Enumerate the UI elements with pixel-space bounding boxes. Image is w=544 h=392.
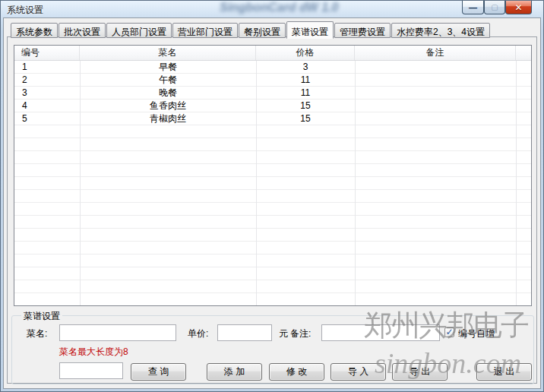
cell-id: 5 [14,112,80,125]
query-button[interactable]: 查 询 [131,363,186,381]
yuan-unit-label: 元 [279,327,288,340]
window-title: 系统设置 [7,4,43,17]
menu-table[interactable]: 编号菜名价格备注 1早餐32午餐113晚餐114鱼香肉丝155青椒肉丝15 [14,45,532,306]
column-header-0[interactable]: 编号 [14,46,80,60]
maximize-icon[interactable]: ▢ [484,1,505,14]
cell-note [355,100,516,112]
cell-name: 鱼香肉丝 [80,100,256,112]
cell-name: 午餐 [80,74,256,87]
table-body[interactable]: 1早餐32午餐113晚餐114鱼香肉丝155青椒肉丝15 [14,61,531,305]
dish-name-input[interactable] [59,324,176,341]
unit-price-input[interactable] [217,324,272,341]
cell-price: 15 [256,112,355,125]
window-controls: — ▢ ✕ [462,1,532,14]
max-length-hint: 菜名最大长度为8 [59,346,128,359]
cell-id: 3 [14,87,80,100]
export-button[interactable]: 导 出 [392,363,448,381]
cell-price: 3 [256,61,355,74]
cell-price: 11 [256,87,355,100]
cell-id: 2 [14,74,80,87]
dialog-client-area: 系统参数批次设置人员部门设置营业部门设置餐别设置菜谱设置管理费设置水控费率2、3… [3,17,541,389]
dish-name-label: 菜名: [27,327,47,340]
tab-item-6[interactable]: 管理费设置 [334,23,391,38]
table-row[interactable]: 4鱼香肉丝15 [14,100,531,112]
menu-settings-groupbox: 菜谱设置 菜名: 单价: 元 备注: ✓ 编号自增 菜名最大长度为8 查 询添 … [11,315,534,384]
cell-name: 晚餐 [80,87,256,100]
table-row[interactable]: 2午餐11 [14,74,531,87]
add-button[interactable]: 添 加 [207,363,262,381]
tab-item-4[interactable]: 餐别设置 [239,23,286,38]
system-settings-window: SingbonCard dW 1.0 系统设置 — ▢ ✕ 系统参数批次设置人员… [0,0,544,392]
cell-price: 15 [256,100,355,112]
auto-number-checkbox-label: 编号自增 [458,327,495,340]
tab-item-2[interactable]: 人员部门设置 [106,23,172,38]
column-header-3[interactable]: 备注 [355,46,516,60]
auto-number-checkbox[interactable]: ✓ [444,327,454,337]
tab-page-menu-settings: 编号菜名价格备注 1早餐32午餐113晚餐114鱼香肉丝155青椒肉丝15 菜谱… [7,36,537,384]
groupbox-title: 菜谱设置 [21,310,62,323]
table-row[interactable]: 3晚餐11 [14,87,531,100]
checkmark-icon: ✓ [445,327,453,337]
cell-id: 4 [14,100,80,112]
column-header-2[interactable]: 价格 [256,46,355,60]
column-header-1[interactable]: 菜名 [80,46,256,60]
tab-item-0[interactable]: 系统参数 [11,23,58,38]
unit-price-label: 单价: [188,327,208,340]
import-button[interactable]: 导 入 [331,363,386,381]
table-header: 编号菜名价格备注 [14,46,531,61]
tab-bar: 系统参数批次设置人员部门设置营业部门设置餐别设置菜谱设置管理费设置水控费率2、3… [11,21,491,38]
tab-item-3[interactable]: 营业部门设置 [172,23,238,38]
tab-item-1[interactable]: 批次设置 [59,23,106,38]
remark-label: 备注: [290,327,311,340]
cell-note [355,61,516,74]
cell-name: 青椒肉丝 [80,112,256,125]
exit-button[interactable]: 退 出 [476,363,532,381]
cell-note [355,87,516,100]
titlebar: SingbonCard dW 1.0 系统设置 — ▢ ✕ [1,1,543,17]
remark-input[interactable] [321,324,440,341]
minimize-icon[interactable]: — [462,1,484,14]
table-row[interactable]: 5青椒肉丝15 [14,112,531,125]
modify-button[interactable]: 修 改 [269,363,324,381]
background-window-ghost-text: SingbonCard dW 1.0 [220,1,338,14]
column-header-filler [516,46,531,60]
table-row[interactable]: 1早餐3 [14,61,531,74]
close-icon[interactable]: ✕ [505,1,532,14]
cell-note [355,112,516,125]
cell-id: 1 [14,61,80,74]
tab-item-5[interactable]: 菜谱设置 [286,21,334,39]
search-input[interactable] [59,362,123,379]
cell-note [355,74,516,87]
tab-item-7[interactable]: 水控费率2、3、4设置 [391,23,490,38]
cell-name: 早餐 [80,61,256,74]
cell-price: 11 [256,74,355,87]
